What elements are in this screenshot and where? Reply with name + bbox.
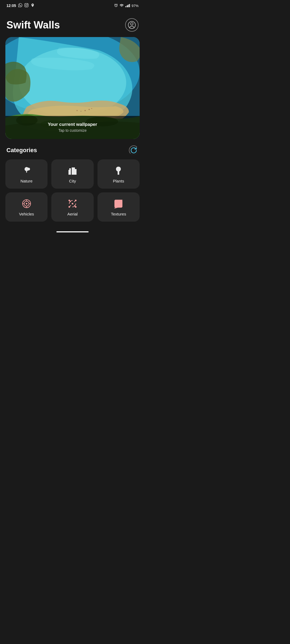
svg-rect-9	[91, 108, 92, 109]
svg-rect-26	[70, 173, 70, 174]
categories-grid: Nature City	[0, 159, 145, 227]
aerial-icon	[68, 199, 77, 208]
nature-icon	[22, 166, 31, 175]
category-item-city[interactable]: City	[51, 159, 93, 189]
svg-rect-14	[26, 171, 27, 173]
profile-icon	[128, 21, 136, 29]
svg-point-41	[75, 206, 77, 208]
svg-rect-23	[74, 170, 74, 171]
svg-rect-12	[77, 110, 78, 111]
plants-icon	[114, 166, 123, 175]
alarm-icon	[114, 3, 118, 8]
profile-button[interactable]	[125, 18, 139, 32]
svg-point-29	[118, 168, 119, 169]
vehicles-icon	[22, 199, 31, 208]
category-item-vehicles[interactable]: Vehicles	[5, 192, 48, 222]
city-label: City	[69, 179, 76, 183]
svg-rect-25	[70, 171, 70, 172]
svg-rect-24	[73, 172, 73, 173]
svg-rect-20	[73, 169, 73, 170]
whatsapp-icon	[18, 3, 22, 8]
categories-title: Categories	[6, 147, 37, 154]
svg-point-15	[27, 168, 30, 171]
svg-rect-16	[68, 170, 71, 175]
svg-rect-11	[81, 111, 81, 112]
app-title: Swift Walls	[6, 19, 60, 31]
textures-icon	[114, 199, 123, 208]
app-header: Swift Walls	[0, 10, 145, 37]
svg-rect-28	[75, 172, 76, 173]
svg-point-38	[68, 200, 70, 201]
status-right: 97%	[114, 3, 139, 8]
category-item-plants[interactable]: Plants	[97, 159, 140, 189]
svg-point-33	[72, 203, 73, 204]
maps-icon	[31, 3, 35, 8]
wallpaper-card[interactable]: Your current wallpaper Tap to customize	[5, 37, 140, 139]
refresh-button[interactable]	[129, 145, 139, 155]
svg-rect-21	[74, 169, 74, 170]
category-item-textures[interactable]: Textures	[97, 192, 140, 222]
svg-rect-10	[85, 110, 86, 111]
nature-label: Nature	[20, 179, 32, 183]
status-bar: 12:05 97	[0, 0, 145, 10]
svg-rect-17	[69, 168, 71, 170]
svg-point-39	[75, 200, 77, 201]
svg-point-32	[26, 203, 27, 204]
wifi-icon	[119, 4, 124, 8]
svg-rect-22	[73, 170, 73, 171]
refresh-icon	[130, 147, 137, 154]
svg-rect-19	[74, 169, 77, 175]
textures-label: Textures	[111, 212, 126, 216]
vehicles-label: Vehicles	[19, 212, 34, 216]
signal-bars	[125, 4, 130, 7]
instagram-icon	[24, 3, 28, 8]
plants-label: Plants	[113, 179, 124, 183]
svg-rect-27	[75, 171, 76, 171]
wallpaper-title: Your current wallpaper	[11, 122, 134, 127]
category-item-nature[interactable]: Nature	[5, 159, 48, 189]
wallpaper-subtitle: Tap to customize	[11, 128, 134, 133]
nav-indicator	[56, 231, 89, 232]
status-time: 12:05	[6, 3, 16, 8]
svg-rect-8	[89, 109, 90, 110]
aerial-label: Aerial	[67, 212, 78, 216]
category-item-aerial[interactable]: Aerial	[51, 192, 93, 222]
status-left: 12:05	[6, 3, 35, 8]
bottom-nav	[0, 227, 145, 238]
svg-point-1	[130, 23, 133, 25]
svg-point-40	[68, 206, 70, 208]
wallpaper-overlay: Your current wallpaper Tap to customize	[5, 116, 140, 139]
city-icon	[68, 166, 77, 175]
battery-percentage: 97%	[132, 4, 139, 8]
categories-header: Categories	[0, 145, 145, 159]
